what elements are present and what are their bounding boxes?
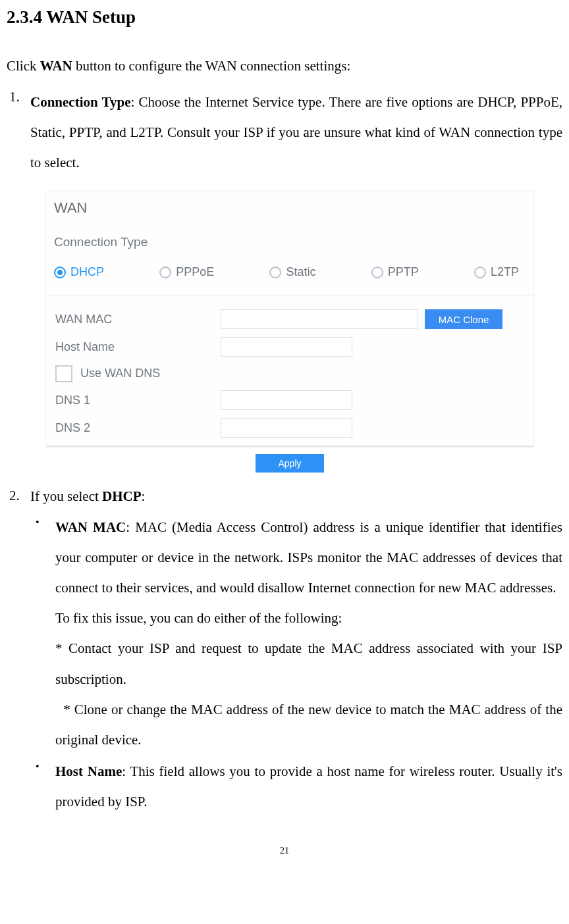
- bullet-wanmac-p1: : MAC (Media Access Control) address is …: [55, 519, 562, 596]
- radio-dot-icon: [57, 270, 63, 275]
- wan-mac-row: WAN MAC MAC Clone: [53, 309, 527, 329]
- use-wan-dns-checkbox[interactable]: [55, 365, 72, 382]
- connection-type-radios: DHCP PPPoE Static PPTP L2TP: [53, 263, 527, 281]
- host-name-input[interactable]: [221, 337, 352, 357]
- radio-dhcp[interactable]: DHCP: [54, 263, 104, 281]
- radio-pptp[interactable]: PPTP: [371, 263, 419, 281]
- bullet-wan-mac: • WAN MAC: MAC (Media Access Control) ad…: [30, 512, 562, 756]
- dns2-label: DNS 2: [53, 419, 221, 437]
- bullet-hostname-text: : This field allows you to provide a hos…: [55, 763, 562, 809]
- list-item-2: 2. If you select DHCP:: [7, 486, 562, 508]
- mac-clone-button[interactable]: MAC Clone: [425, 309, 502, 329]
- divider: [46, 295, 533, 296]
- page-number: 21: [7, 844, 562, 858]
- radio-pppoe[interactable]: PPPoE: [159, 263, 214, 281]
- bullet-host-name-body: Host Name: This field allows you to prov…: [55, 756, 562, 817]
- dns1-input[interactable]: [221, 390, 352, 410]
- section-heading: 2.3.4 WAN Setup: [7, 4, 562, 31]
- radio-icon: [371, 267, 383, 278]
- item2-before: If you select: [30, 488, 102, 504]
- wan-screenshot: WAN Connection Type DHCP PPPoE Static PP…: [46, 192, 533, 477]
- radio-l2tp-label: L2TP: [491, 263, 519, 281]
- item2-number: 2.: [7, 486, 30, 508]
- radio-static-label: Static: [286, 263, 315, 281]
- wan-mac-input[interactable]: [221, 309, 418, 329]
- connection-type-label: Connection Type: [54, 233, 527, 252]
- radio-pppoe-label: PPPoE: [176, 263, 214, 281]
- radio-static[interactable]: Static: [269, 263, 315, 281]
- intro-before: Click: [7, 58, 40, 74]
- use-wan-dns-label: Use WAN DNS: [80, 365, 160, 382]
- radio-icon: [269, 267, 281, 278]
- radio-pptp-label: PPTP: [388, 263, 419, 281]
- item1-number: 1.: [7, 87, 30, 178]
- intro-bold: WAN: [40, 58, 72, 74]
- bullet-wanmac-p4: * Clone or change the MAC address of the…: [55, 694, 562, 755]
- apply-button[interactable]: Apply: [256, 454, 323, 473]
- host-name-label: Host Name: [53, 338, 221, 356]
- wan-mac-label: WAN MAC: [53, 311, 221, 328]
- bullet-wan-mac-body: WAN MAC: MAC (Media Access Control) addr…: [55, 512, 562, 756]
- radio-l2tp[interactable]: L2TP: [474, 263, 519, 281]
- bullet-hostname-bold: Host Name: [55, 763, 122, 779]
- radio-dhcp-label: DHCP: [70, 263, 104, 281]
- host-name-row: Host Name: [53, 337, 527, 357]
- item2-body: If you select DHCP:: [30, 486, 562, 508]
- bullet-icon: •: [30, 756, 55, 817]
- bullet-wanmac-p3: * Contact your ISP and request to update…: [55, 633, 562, 694]
- wan-panel: WAN Connection Type DHCP PPPoE Static PP…: [46, 192, 533, 448]
- intro-paragraph: Click WAN button to configure the WAN co…: [7, 56, 562, 77]
- list-item-1: 1. Connection Type: Choose the Internet …: [7, 87, 562, 178]
- dns2-row: DNS 2: [53, 418, 527, 438]
- intro-after: button to configure the WAN connection s…: [72, 58, 350, 74]
- radio-icon: [474, 267, 486, 278]
- item2-bold: DHCP: [102, 488, 142, 504]
- bullet-host-name: • Host Name: This field allows you to pr…: [30, 756, 562, 817]
- radio-icon: [54, 267, 66, 278]
- radio-icon: [159, 267, 171, 278]
- use-wan-dns-row: Use WAN DNS: [55, 365, 527, 382]
- dns2-input[interactable]: [221, 418, 352, 438]
- apply-row: Apply: [46, 447, 533, 476]
- dns1-row: DNS 1: [53, 390, 527, 410]
- dns1-label: DNS 1: [53, 392, 221, 409]
- item2-after: :: [142, 488, 146, 504]
- bullet-icon: •: [30, 512, 55, 756]
- bullet-wanmac-bold: WAN MAC: [55, 519, 126, 535]
- bullet-wanmac-p2: To fix this issue, you can do either of …: [55, 603, 562, 633]
- item1-bold: Connection Type: [30, 94, 130, 110]
- item1-body: Connection Type: Choose the Internet Ser…: [30, 87, 562, 178]
- wan-panel-title: WAN: [54, 197, 527, 218]
